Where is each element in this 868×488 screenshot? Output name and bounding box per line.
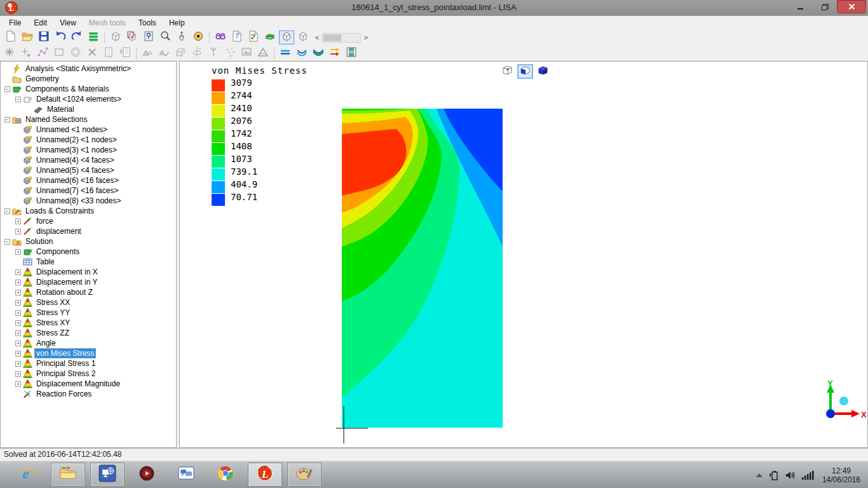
tree-expander[interactable]: + (15, 249, 21, 255)
tree-item-components-materials[interactable]: −Components & Materials (1, 84, 176, 94)
numbered-view-button[interactable]: 7 (229, 30, 245, 44)
tree-item-unnamed-1-nodes[interactable]: Unnamed <1 nodes> (1, 125, 176, 135)
tree-expander[interactable]: + (15, 320, 21, 326)
tree-item-unnamed-8-33-nodes[interactable]: Unnamed(8) <33 nodes> (1, 196, 176, 206)
menu-edit[interactable]: Edit (27, 17, 53, 29)
animate-film-button[interactable] (344, 46, 359, 60)
annotation-notes-button[interactable] (246, 30, 261, 44)
tree-expander[interactable]: − (15, 97, 21, 102)
tree-item-table[interactable]: Table (1, 257, 176, 267)
taskbar-paint-button[interactable] (287, 463, 322, 487)
tree-expander[interactable]: + (15, 300, 21, 306)
tree-item-displacement-in-x[interactable]: +Displacement in X (1, 267, 176, 277)
undo-button[interactable] (53, 30, 68, 44)
wireframe-view-button[interactable] (295, 30, 311, 44)
tree-item-default-1024-elements[interactable]: −Default <1024 elements> (1, 94, 176, 104)
tree-item-analysis-static-axisymmetric[interactable]: Analysis <Static Axisymmetric> (1, 64, 176, 74)
wireframe-mode-button[interactable] (499, 64, 515, 79)
deformed-shell-button[interactable] (294, 46, 309, 60)
nav-scrollbar-thumb[interactable] (323, 34, 341, 41)
nav-left-chevron[interactable]: < (313, 34, 322, 41)
tree-expander[interactable]: − (4, 117, 10, 123)
restore-button[interactable] (813, 0, 837, 13)
walk-through-button[interactable] (174, 30, 189, 44)
tree-expander[interactable]: + (15, 351, 21, 356)
zoom-magnifier-button[interactable] (158, 30, 173, 44)
tree-expander[interactable]: + (15, 280, 21, 285)
tree-expander[interactable]: + (15, 381, 21, 387)
taskbar-messenger-button[interactable] (169, 463, 203, 487)
tree-item-geometry[interactable]: Geometry (1, 74, 176, 84)
contour-plot[interactable] (336, 105, 509, 445)
title-bar[interactable]: L 160614_1_cyl_stress_pointaxload.liml -… (0, 0, 868, 16)
deformed-solid-button[interactable] (311, 46, 326, 60)
tree-item-unnamed-5-4-faces[interactable]: Unnamed(5) <4 faces> (1, 165, 176, 175)
load-scale-button[interactable] (327, 46, 342, 60)
tree-item-force[interactable]: +force (1, 216, 176, 226)
tree-item-von-mises-stress[interactable]: +von Mises Stress (1, 348, 176, 358)
menu-tools[interactable]: Tools (132, 17, 163, 29)
tree-expander[interactable]: − (4, 208, 10, 214)
view-menu-button[interactable] (86, 30, 101, 44)
power-icon[interactable] (769, 470, 779, 481)
tree-item-unnamed-3-1-nodes[interactable]: Unnamed(3) <1 nodes> (1, 145, 176, 155)
close-button[interactable] (837, 0, 866, 13)
tree-expander[interactable]: + (15, 219, 21, 224)
shaded-mode-button[interactable] (535, 64, 551, 79)
solid-view-button[interactable] (279, 30, 294, 44)
tree-item-unnamed-6-16-faces[interactable]: Unnamed(6) <16 faces> (1, 175, 176, 186)
minimize-button[interactable] (789, 0, 813, 13)
graphics-viewport[interactable]: von Mises Stress 30792744241020761742140… (179, 61, 868, 448)
taskbar-file-explorer-button[interactable] (51, 463, 85, 487)
tree-expander[interactable]: + (15, 330, 21, 336)
taskbar-chrome-button[interactable] (208, 463, 243, 487)
open-folder-button[interactable] (20, 30, 35, 44)
hidden-line-mode-button[interactable] (517, 64, 533, 79)
tree-item-unnamed-2-1-nodes[interactable]: Unnamed(2) <1 nodes> (1, 135, 176, 145)
redo-button[interactable] (69, 30, 85, 44)
tree-item-principal-stress-2[interactable]: +Principal Stress 2 (1, 369, 176, 379)
taskbar-media-player-button[interactable] (130, 463, 164, 487)
tree-item-components[interactable]: +Components (1, 247, 176, 257)
tree-item-principal-stress-1[interactable]: +Principal Stress 1 (1, 358, 176, 369)
tree-expander[interactable]: + (15, 371, 21, 377)
tree-item-material[interactable]: Material (1, 104, 176, 114)
network-signal-icon[interactable] (802, 470, 814, 480)
tree-item-displacement[interactable]: +displacement (1, 226, 176, 236)
tree-expander[interactable]: + (15, 310, 21, 316)
nav-scrollbar[interactable] (322, 33, 361, 43)
menu-file[interactable]: File (3, 17, 27, 29)
tree-item-displacement-in-y[interactable]: +Displacement in Y (1, 277, 176, 287)
tree-expander[interactable]: + (15, 361, 21, 367)
nav-right-chevron[interactable]: > (361, 34, 370, 41)
tree-item-angle[interactable]: +Angle (1, 338, 176, 348)
show-hidden-icons-button[interactable] (756, 473, 763, 478)
tree-item-stress-zz[interactable]: +Stress ZZ (1, 328, 176, 338)
taskbar-network-app-button[interactable] (90, 463, 125, 487)
align-view-cube-button[interactable] (125, 30, 140, 44)
tree-expander[interactable]: + (15, 341, 21, 346)
contour-bands-button[interactable] (278, 46, 293, 60)
tree-item-stress-xy[interactable]: +Stress XY (1, 318, 176, 328)
probe-view-button[interactable] (141, 30, 156, 44)
taskbar-lisa-button[interactable]: L (248, 463, 282, 487)
tree-item-displacement-magnitude[interactable]: +Displacement Magnitude (1, 379, 176, 389)
menu-help[interactable]: Help (163, 17, 191, 29)
tree-item-loads-constraints[interactable]: −Loads & Constraints (1, 206, 176, 216)
taskbar-internet-explorer-button[interactable]: e (11, 463, 46, 487)
taskbar-clock[interactable]: 12:49 14/06/2016 (822, 466, 860, 484)
tree-item-unnamed-7-16-faces[interactable]: Unnamed(7) <16 faces> (1, 186, 176, 196)
tree-item-unnamed-4-4-faces[interactable]: Unnamed(4) <4 faces> (1, 155, 176, 165)
tree-item-rotation-about-z[interactable]: +Rotation about Z (1, 287, 176, 297)
tree-item-solution[interactable]: −Solution (1, 236, 176, 247)
volume-icon[interactable] (785, 470, 796, 480)
tree-expander[interactable]: + (15, 290, 21, 295)
tree-expander[interactable]: + (15, 269, 21, 275)
new-file-button[interactable] (3, 30, 18, 44)
save-button[interactable] (36, 30, 51, 44)
tree-item-named-selections[interactable]: −Named Selections (1, 114, 176, 125)
tree-item-reaction-forces[interactable]: Reaction Forces (1, 389, 176, 399)
perspective-glasses-button[interactable] (213, 30, 228, 44)
tree-expander[interactable]: − (4, 239, 10, 245)
tree-expander[interactable]: + (15, 229, 21, 234)
